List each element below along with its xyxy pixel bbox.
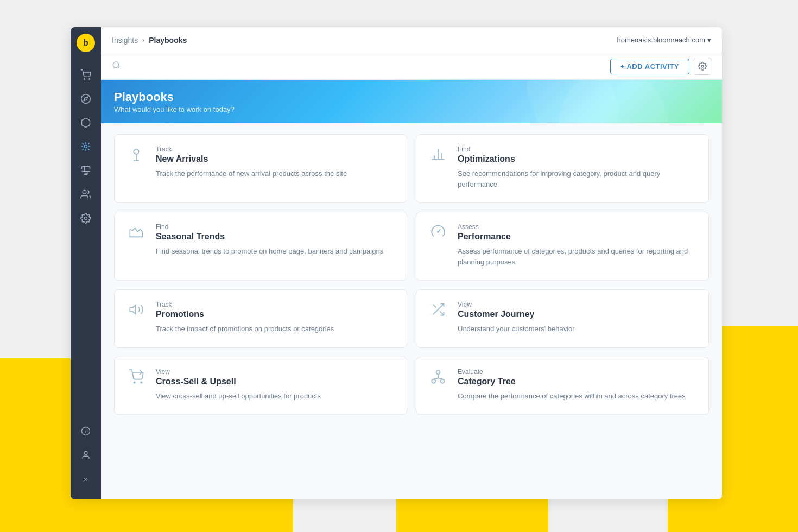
svg-marker-23 [130, 305, 136, 314]
header-right: homeoasis.bloomreach.com ▾ [617, 36, 711, 44]
toolbar-actions: + ADD ACTIVITY [610, 58, 711, 75]
hero-banner: Playbooks What would you like to work on… [101, 80, 722, 123]
card-body-find-optimizations: Find Optimizations See recommendations f… [458, 145, 698, 189]
svg-line-33 [434, 378, 438, 379]
app-logo[interactable]: b [77, 34, 95, 52]
card-evaluate-category-tree[interactable]: Evaluate Category Tree Compare the perfo… [416, 357, 709, 415]
card-action-view-cross-sell: View [156, 368, 396, 376]
svg-line-26 [433, 305, 436, 308]
card-desc-find-seasonal-trends: Find seasonal trends to promote on home … [156, 246, 396, 257]
sidebar-item-user-profile[interactable] [76, 445, 96, 465]
sidebar-collapse-button[interactable]: » [76, 469, 96, 489]
card-body-view-cross-sell: View Cross-Sell & Upsell View cross-sell… [156, 368, 396, 402]
card-view-cross-sell[interactable]: View Cross-Sell & Upsell View cross-sell… [114, 357, 407, 415]
svg-point-6 [85, 217, 87, 220]
card-icon-view-customer-journey [427, 301, 449, 322]
svg-line-22 [438, 229, 441, 232]
sidebar-item-users[interactable] [76, 185, 96, 204]
hero-title: Playbooks [114, 90, 709, 104]
card-title-evaluate-category-tree: Category Tree [458, 377, 698, 387]
svg-point-27 [134, 382, 135, 383]
breadcrumb: Insights › Playbooks [112, 36, 187, 45]
card-body-view-customer-journey: View Customer Journey Understand your cu… [458, 301, 698, 334]
card-icon-track-promotions [125, 301, 147, 322]
card-desc-view-customer-journey: Understand your customers' behavior [458, 324, 698, 334]
card-action-view-customer-journey: View [458, 301, 698, 308]
svg-point-0 [84, 79, 85, 80]
settings-button[interactable] [694, 58, 711, 75]
card-title-view-customer-journey: Customer Journey [458, 309, 698, 319]
sidebar-item-lab[interactable] [76, 161, 96, 180]
card-icon-assess-performance [427, 223, 449, 245]
card-icon-find-seasonal-trends [125, 223, 147, 245]
card-icon-evaluate-category-tree [427, 368, 449, 390]
svg-line-12 [118, 67, 119, 68]
card-title-find-seasonal-trends: Seasonal Trends [156, 232, 396, 242]
card-assess-performance[interactable]: Assess Performance Assess performance of… [416, 212, 709, 281]
card-desc-track-new-arrivals: Track the performance of new arrival pro… [156, 168, 396, 179]
svg-point-1 [89, 79, 90, 80]
card-title-track-promotions: Promotions [156, 309, 396, 319]
svg-point-5 [83, 191, 86, 194]
card-title-track-new-arrivals: New Arrivals [156, 154, 396, 164]
add-activity-button[interactable]: + ADD ACTIVITY [610, 59, 689, 74]
app-window: Insights › Playbooks homeoasis.bloomreac… [71, 27, 722, 499]
card-icon-view-cross-sell [125, 368, 147, 390]
svg-point-28 [141, 382, 142, 383]
card-desc-find-optimizations: See recommendations for improving catego… [458, 168, 698, 189]
sidebar-item-settings[interactable] [76, 208, 96, 228]
svg-point-14 [134, 149, 138, 154]
card-icon-find-optimizations [427, 145, 449, 167]
card-icon-track-new-arrivals [125, 145, 147, 167]
svg-point-31 [441, 379, 445, 383]
card-desc-evaluate-category-tree: Compare the performance of categories wi… [458, 391, 698, 402]
card-action-assess-performance: Assess [458, 223, 698, 231]
svg-point-29 [436, 370, 440, 374]
svg-line-25 [440, 312, 444, 315]
card-action-find-optimizations: Find [458, 145, 698, 153]
svg-point-30 [432, 379, 435, 383]
card-body-evaluate-category-tree: Evaluate Category Tree Compare the perfo… [458, 368, 698, 402]
card-body-track-new-arrivals: Track New Arrivals Track the performance… [156, 145, 396, 189]
breadcrumb-current-page: Playbooks [149, 36, 187, 45]
breadcrumb-separator: › [142, 36, 144, 44]
cards-area: Track New Arrivals Track the performance… [101, 123, 722, 499]
card-body-assess-performance: Assess Performance Assess performance of… [458, 223, 698, 267]
svg-point-13 [701, 65, 704, 67]
card-title-find-optimizations: Optimizations [458, 154, 698, 164]
svg-marker-3 [84, 97, 87, 100]
domain-chevron-icon: ▾ [707, 36, 711, 44]
card-action-find-seasonal-trends: Find [156, 223, 396, 231]
card-action-evaluate-category-tree: Evaluate [458, 368, 698, 376]
hero-subtitle: What would you like to work on today? [114, 105, 709, 113]
svg-point-11 [113, 62, 119, 68]
sidebar-item-compass[interactable] [76, 89, 96, 109]
svg-point-4 [85, 145, 87, 148]
card-track-new-arrivals[interactable]: Track New Arrivals Track the performance… [114, 134, 407, 203]
domain-name: homeoasis.bloomreach.com [617, 36, 705, 44]
card-title-assess-performance: Performance [458, 232, 698, 242]
card-find-optimizations[interactable]: Find Optimizations See recommendations f… [416, 134, 709, 203]
svg-point-10 [84, 451, 87, 454]
domain-selector[interactable]: homeoasis.bloomreach.com ▾ [617, 36, 711, 44]
search-wrapper [112, 61, 121, 72]
sidebar-item-cart[interactable] [76, 65, 96, 85]
card-view-customer-journey[interactable]: View Customer Journey Understand your cu… [416, 289, 709, 348]
sidebar: b » [71, 27, 101, 499]
sidebar-item-insights[interactable] [76, 137, 96, 156]
card-body-track-promotions: Track Promotions Track the impact of pro… [156, 301, 396, 334]
svg-point-2 [81, 94, 91, 104]
header: Insights › Playbooks homeoasis.bloomreac… [101, 27, 722, 53]
card-track-promotions[interactable]: Track Promotions Track the impact of pro… [114, 289, 407, 348]
sidebar-item-cube[interactable] [76, 113, 96, 132]
card-desc-assess-performance: Assess performance of categories, produc… [458, 246, 698, 267]
card-title-view-cross-sell: Cross-Sell & Upsell [156, 377, 396, 387]
svg-line-34 [438, 378, 442, 379]
card-action-track-promotions: Track [156, 301, 396, 308]
search-icon [112, 61, 121, 72]
breadcrumb-insights-link[interactable]: Insights [112, 36, 138, 45]
cards-grid: Track New Arrivals Track the performance… [114, 134, 709, 415]
sidebar-item-info[interactable] [76, 421, 96, 441]
card-find-seasonal-trends[interactable]: Find Seasonal Trends Find seasonal trend… [114, 212, 407, 281]
card-action-track-new-arrivals: Track [156, 145, 396, 153]
